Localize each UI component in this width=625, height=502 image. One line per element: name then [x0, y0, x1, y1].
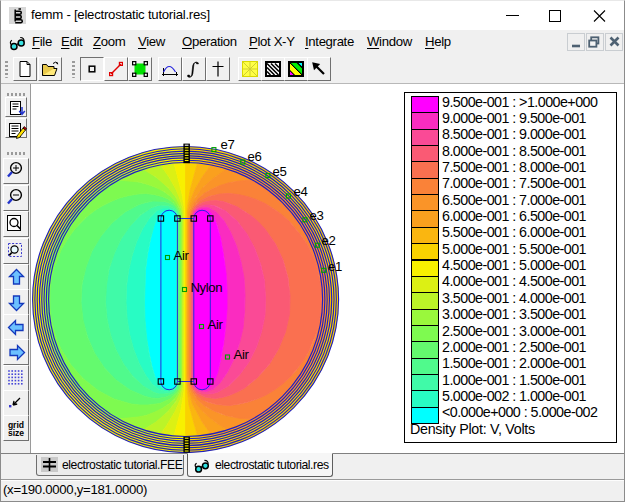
svg-text:e2: e2	[322, 233, 336, 248]
svg-text:Air: Air	[234, 347, 250, 362]
svg-text:e7: e7	[221, 137, 235, 152]
svg-text:e1: e1	[328, 259, 342, 274]
svg-text:Air: Air	[208, 317, 224, 332]
svg-text:e6: e6	[248, 149, 262, 164]
svg-text:e4: e4	[294, 184, 308, 199]
svg-text:Air: Air	[174, 248, 190, 263]
svg-text:Nylon: Nylon	[191, 280, 223, 295]
svg-text:e5: e5	[273, 164, 287, 179]
svg-text:e3: e3	[310, 208, 324, 223]
